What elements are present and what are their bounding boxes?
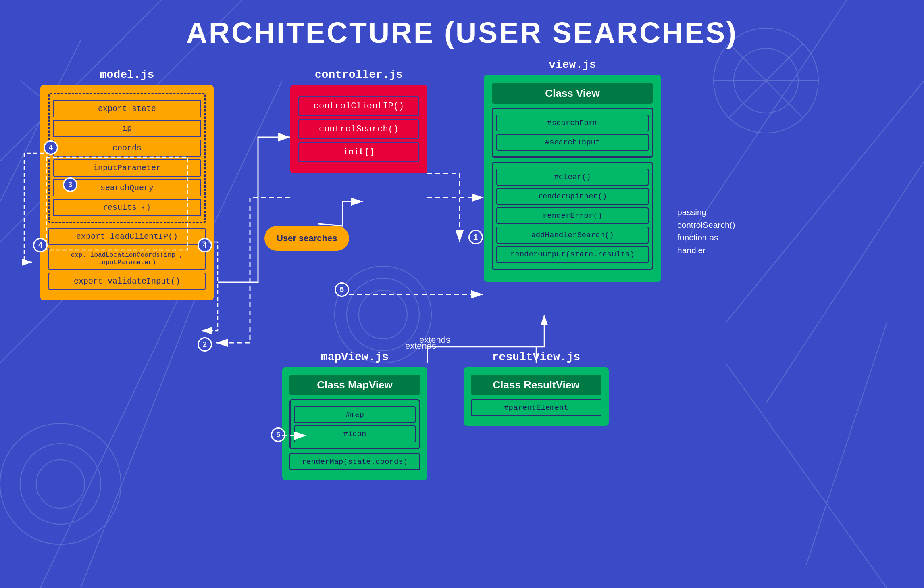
svg-point-9 — [36, 460, 85, 508]
badge-2: 2 — [198, 337, 212, 352]
svg-point-18 — [734, 48, 798, 113]
view-properties-section: #searchForm #searchInput — [492, 108, 653, 158]
controller-file-label: controller.js — [290, 69, 427, 81]
model-field-results: results {} — [53, 199, 201, 216]
view-field-renderspinner: renderSpinner() — [496, 188, 649, 205]
controller-box: controlClientIP() controlSearch() init() — [290, 85, 427, 173]
badge-5b: 5 — [271, 427, 285, 442]
view-field-clear: #clear() — [496, 169, 649, 186]
annotation-passing: passingcontrolSearch()function ashandler — [677, 206, 735, 256]
svg-line-11 — [766, 161, 924, 403]
view-file-label: view.js — [484, 58, 661, 71]
svg-line-14 — [806, 323, 887, 565]
model-field-ip: ip — [53, 120, 201, 137]
model-field-inputparam: inputParameter — [53, 159, 201, 177]
badge-3: 3 — [63, 177, 77, 192]
model-field-loadclientip: export loadClientIP() — [48, 228, 206, 245]
model-field-loadlocation: exp. loadLocationCoords(inp , inputParam… — [48, 248, 206, 270]
view-box: Class View #searchForm #searchInput #cle… — [484, 75, 661, 282]
svg-line-23 — [729, 44, 803, 118]
extends-label: extends — [405, 341, 436, 351]
model-field-validateinput: export validateInput() — [48, 273, 206, 290]
svg-point-16 — [347, 278, 419, 351]
model-field-export-state: export state — [53, 100, 201, 117]
resultview-file-label: resultView.js — [464, 351, 609, 363]
view-methods-section: #clear() renderSpinner() renderError() a… — [492, 162, 653, 270]
badge-4a: 4 — [44, 140, 58, 155]
resultview-box: Class ResultView #parentElement — [464, 367, 609, 426]
mapview-field-icon: #icon — [294, 425, 416, 442]
badge-1: 1 — [468, 230, 483, 244]
mapview-class-title: Class MapView — [289, 375, 420, 395]
user-searches-bubble: User searches — [264, 226, 349, 251]
model-file-label: model.js — [40, 69, 214, 81]
svg-point-17 — [359, 290, 407, 339]
view-field-addhandler: addHandlerSearch() — [496, 227, 649, 244]
page-title: ARCHITECTURE (USER SEARCHES) — [186, 16, 738, 49]
badge-4b: 4 — [198, 238, 212, 252]
ctrl-field-init: init() — [298, 142, 419, 162]
view-container: view.js Class View #searchForm #searchIn… — [484, 58, 661, 282]
view-class-title: Class View — [492, 83, 653, 104]
mapview-file-label: mapView.js — [282, 351, 427, 363]
svg-point-8 — [0, 423, 121, 544]
mapview-field-map: #map — [294, 406, 416, 423]
model-state-section: export state ip coords inputParameter se… — [48, 93, 206, 223]
badge-5a: 5 — [335, 282, 349, 297]
model-methods-section: export loadClientIP() exp. loadLocationC… — [48, 228, 206, 290]
view-field-searchinput: #searchInput — [496, 134, 649, 151]
model-box: export state ip coords inputParameter se… — [40, 85, 214, 300]
svg-line-22 — [729, 44, 803, 118]
svg-line-3 — [81, 282, 202, 588]
svg-line-10 — [726, 81, 924, 323]
svg-line-13 — [726, 363, 887, 588]
mapview-field-rendermap: renderMap(state.coords) — [289, 453, 420, 470]
view-field-renderoutput: renderOutput(state.results) — [496, 246, 649, 263]
controller-container: controller.js controlClientIP() controlS… — [290, 69, 427, 173]
mapview-container: mapView.js Class MapView #map #icon rend… — [282, 351, 427, 480]
resultview-class-title: Class ResultView — [471, 375, 601, 395]
model-field-coords: coords — [53, 140, 201, 157]
resultview-field-parentelement: #parentElement — [471, 399, 601, 416]
ctrl-field-controlclientip: controlClientIP() — [298, 96, 419, 116]
mapview-box: Class MapView #map #icon renderMap(state… — [282, 367, 427, 480]
view-field-rendererror: renderError() — [496, 207, 649, 224]
view-field-searchform: #searchForm — [496, 115, 649, 131]
mapview-properties-section: #map #icon — [289, 399, 420, 449]
ctrl-field-controlsearch: controlSearch() — [298, 119, 419, 139]
resultview-container: resultView.js Class ResultView #parentEl… — [464, 351, 609, 426]
svg-point-7 — [20, 444, 101, 524]
badge-4c: 4 — [33, 238, 48, 252]
